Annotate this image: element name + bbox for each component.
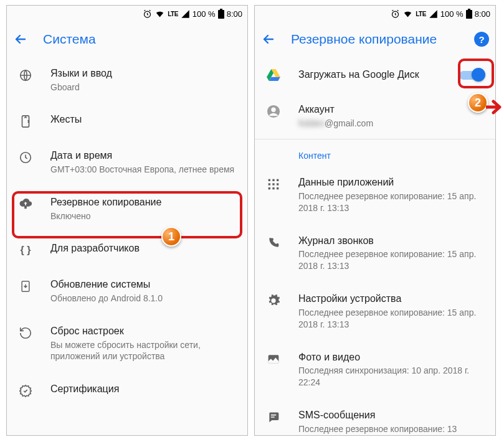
- network-type: LTE: [416, 11, 426, 17]
- svg-rect-1: [218, 10, 224, 19]
- item-title: SMS-сообщения: [298, 408, 484, 422]
- item-title: Жесты: [50, 113, 236, 126]
- phone-icon: [266, 235, 281, 250]
- developer-item[interactable]: { } Для разработчиков: [7, 232, 247, 268]
- item-subtitle: Последнее резервное копирование: 15 апр.…: [298, 307, 484, 331]
- item-subtitle: Gboard: [50, 82, 236, 93]
- system-update-item[interactable]: Обновление системы Обновлено до Android …: [7, 268, 247, 314]
- clock: 8:00: [227, 9, 242, 19]
- item-title: Языки и ввод: [50, 67, 236, 80]
- svg-rect-16: [272, 184, 274, 186]
- gestures-item[interactable]: Жесты: [7, 103, 247, 139]
- item-title: Журнал звонков: [298, 234, 484, 248]
- account-icon: [266, 104, 281, 119]
- battery-icon: [218, 9, 224, 19]
- item-subtitle: Включено: [50, 210, 236, 222]
- account-email: hidden@gmail.com: [298, 118, 484, 129]
- svg-rect-19: [272, 187, 274, 189]
- page-title: Система: [43, 32, 96, 47]
- status-bar: LTE 100 % 8:00: [255, 6, 495, 22]
- svg-rect-8: [466, 10, 472, 19]
- apps-data-item[interactable]: Данные приложений Последнее резервное ко…: [255, 166, 495, 223]
- call-log-item[interactable]: Журнал звонков Последнее резервное копир…: [255, 224, 495, 282]
- clock-icon: [18, 150, 33, 165]
- svg-rect-15: [269, 184, 270, 186]
- battery-percent: 100 %: [440, 9, 464, 19]
- item-title: Сертификация: [50, 382, 236, 396]
- item-title: Настройки устройства: [298, 292, 484, 306]
- backup-settings-screen: LTE 100 % 8:00 Резервное копирование ? З…: [254, 5, 496, 436]
- svg-rect-14: [277, 179, 278, 181]
- app-bar: Система: [7, 22, 247, 57]
- signal-icon: [181, 9, 190, 19]
- item-title: Загружать на Google Диск: [298, 68, 442, 82]
- restore-icon: [18, 326, 33, 341]
- braces-icon: { }: [18, 243, 33, 258]
- wifi-icon: [155, 9, 165, 19]
- alarm-icon: [143, 9, 152, 19]
- item-title: Сброс настроек: [50, 324, 236, 338]
- gestures-icon: [18, 114, 33, 129]
- upload-to-drive-item[interactable]: Загружать на Google Диск: [255, 57, 495, 93]
- alarm-icon: [391, 9, 400, 19]
- status-bar: LTE 100 % 8:00: [7, 6, 247, 22]
- reset-item[interactable]: Сброс настроек Вы можете сбросить настро…: [7, 314, 247, 372]
- device-settings-item[interactable]: Настройки устройства Последнее резервное…: [255, 282, 495, 340]
- item-title: Обновление системы: [50, 278, 236, 291]
- sms-item[interactable]: SMS-сообщения Последнее резервное копиро…: [255, 398, 495, 436]
- item-subtitle: Последнее резервное копирование: 13: [298, 423, 484, 435]
- google-drive-icon: [266, 68, 281, 83]
- system-settings-screen: LTE 100 % 8:00 Система Языки и ввод Gboa…: [6, 5, 248, 436]
- datetime-item[interactable]: Дата и время GMT+03:00 Восточная Европа,…: [7, 139, 247, 185]
- cloud-upload-icon: [18, 197, 33, 212]
- system-update-icon: [18, 279, 33, 294]
- svg-rect-17: [277, 184, 278, 186]
- clock: 8:00: [475, 9, 490, 19]
- page-title: Резервное копирование: [291, 32, 437, 47]
- account-item[interactable]: Аккаунт hidden@gmail.com: [255, 93, 495, 139]
- image-icon: [266, 352, 281, 367]
- svg-rect-18: [269, 187, 270, 189]
- battery-icon: [466, 9, 472, 19]
- sms-icon: [266, 410, 281, 425]
- item-subtitle: Обновлено до Android 8.1.0: [50, 293, 236, 304]
- apps-grid-icon: [266, 177, 281, 192]
- help-button[interactable]: ?: [474, 32, 489, 47]
- verified-icon: [18, 383, 33, 398]
- svg-rect-12: [269, 179, 270, 181]
- item-title: Резервное копирование: [50, 195, 236, 209]
- back-button[interactable]: [261, 32, 276, 47]
- svg-rect-13: [272, 179, 274, 181]
- item-subtitle: Вы можете сбросить настройки сети, прило…: [50, 339, 236, 363]
- item-subtitle: Последнее резервное копирование: 15 апр.…: [298, 248, 484, 272]
- item-subtitle: GMT+03:00 Восточная Европа, летнее время: [50, 164, 236, 176]
- svg-rect-2: [220, 9, 222, 10]
- gear-icon: [266, 293, 281, 308]
- svg-point-11: [271, 108, 275, 112]
- globe-icon: [18, 68, 33, 83]
- upload-toggle[interactable]: [459, 68, 484, 82]
- item-title: Аккаунт: [298, 103, 484, 116]
- backup-item[interactable]: Резервное копирование Включено: [7, 186, 247, 232]
- signal-icon: [429, 9, 438, 19]
- network-type: LTE: [168, 11, 178, 17]
- item-title: Фото и видео: [298, 350, 484, 364]
- item-title: Данные приложений: [298, 176, 484, 189]
- certification-item[interactable]: Сертификация: [7, 372, 247, 408]
- svg-rect-9: [468, 9, 470, 10]
- item-subtitle: Последнее резервное копирование: 15 апр.…: [298, 190, 484, 214]
- item-title: Для разработчиков: [50, 242, 236, 255]
- languages-item[interactable]: Языки и ввод Gboard: [7, 57, 247, 103]
- back-button[interactable]: [13, 32, 28, 47]
- section-content: Контент: [255, 139, 495, 166]
- wifi-icon: [402, 9, 413, 19]
- battery-percent: 100 %: [193, 9, 216, 19]
- svg-rect-20: [277, 187, 278, 189]
- photos-video-item[interactable]: Фото и видео Последняя синхронизация: 10…: [255, 341, 495, 398]
- item-title: Дата и время: [50, 149, 236, 162]
- item-subtitle: Последняя синхронизация: 10 апр. 2018 г.…: [298, 365, 484, 388]
- app-bar: Резервное копирование ?: [255, 22, 495, 57]
